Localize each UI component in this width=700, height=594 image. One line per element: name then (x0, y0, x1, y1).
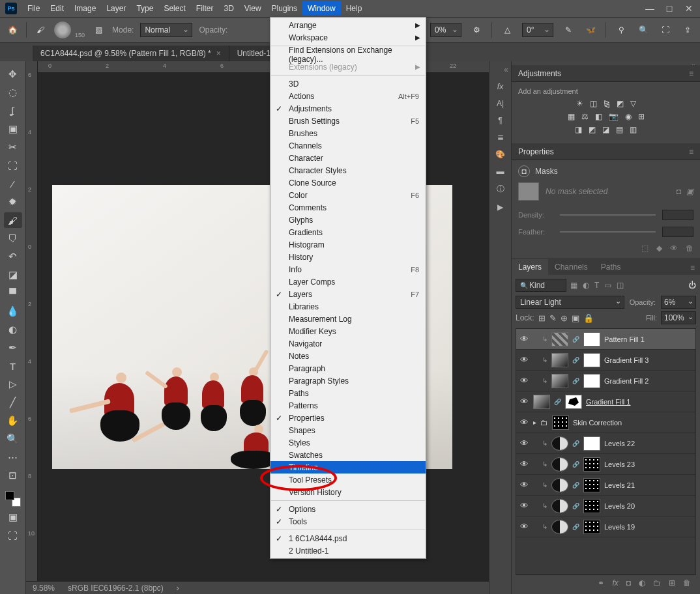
menu-item-options[interactable]: ✓Options (270, 503, 426, 515)
smoothing-select[interactable]: 0% (430, 23, 461, 37)
layer-row[interactable]: 👁↳🔗Pattern Fill 1 (516, 329, 695, 350)
menu-item-libraries[interactable]: Libraries (270, 300, 426, 313)
screenmode-tool[interactable]: ⛶ (4, 528, 22, 543)
menu-item-paths[interactable]: Paths (270, 387, 426, 399)
swatches-panel-icon[interactable]: 🎨 (495, 150, 505, 159)
filter-pixel-icon[interactable]: ▦ (570, 281, 577, 290)
new-group-icon[interactable]: 🗀 (653, 578, 661, 587)
menu-item-swatches[interactable]: Swatches (270, 449, 426, 461)
mask-mode-icon[interactable]: ◘ (518, 165, 530, 177)
menu-item-notes[interactable]: Notes (270, 350, 426, 362)
layer-row[interactable]: 👁🔗Gradient Fill 1 (516, 391, 695, 412)
brushes-panel-icon[interactable]: ≣ (497, 133, 504, 142)
brush-tool[interactable]: 🖌 (4, 212, 22, 228)
angle-input[interactable]: 0° (522, 23, 553, 37)
filter-toggle-icon[interactable]: ⏻ (688, 281, 696, 290)
close-icon[interactable]: × (216, 49, 221, 58)
density-slider[interactable] (560, 214, 656, 216)
menu-item-navigator[interactable]: Navigator (270, 337, 426, 350)
menu-item-history[interactable]: History (270, 251, 426, 263)
layer-thumbnail[interactable] (551, 478, 568, 492)
symmetry-icon[interactable]: 🦋 (583, 23, 598, 37)
menu-item-modifier-keys[interactable]: Modifier Keys (270, 325, 426, 337)
menu-item-brush-settings[interactable]: Brush SettingsF5 (270, 115, 426, 127)
window-menu-dropdown[interactable]: Arrange▶Workspace▶Find Extensions on Exc… (270, 17, 426, 559)
move-tool[interactable]: ✥ (4, 66, 22, 82)
new-adjustment-icon[interactable]: ◐ (639, 578, 645, 587)
add-pixel-mask-icon[interactable]: ◘ (677, 187, 681, 196)
lasso-tool[interactable]: ʆ (4, 103, 22, 119)
layer-thumbnail[interactable] (551, 457, 568, 472)
search-2-icon[interactable]: 🔍 (636, 23, 650, 37)
brush-panel-icon[interactable]: ▧ (91, 23, 106, 37)
filter-shape-icon[interactable]: ▭ (604, 281, 611, 290)
adjustments-panel-header[interactable]: Adjustments≡ (512, 65, 700, 82)
gradient-map-icon[interactable]: ▤ (616, 125, 623, 134)
exposure-icon[interactable]: ◩ (617, 99, 624, 108)
menu-item-glyphs[interactable]: Glyphs (270, 214, 426, 226)
layer-name[interactable]: Skin Correction (573, 419, 693, 427)
lock-icon[interactable]: 🔒 (583, 313, 594, 323)
visibility-icon[interactable]: 👁 (519, 376, 529, 386)
visibility-icon[interactable]: 👁 (519, 522, 529, 531)
ellipsis-tool[interactable]: ⋯ (4, 449, 22, 465)
menu-item-shapes[interactable]: Shapes (270, 424, 426, 436)
menu-item-channels[interactable]: Channels (270, 139, 426, 152)
color-lookup-icon[interactable]: ⊞ (638, 112, 645, 121)
lock-pixels-icon[interactable]: ✎ (549, 313, 557, 323)
feather-slider[interactable] (560, 231, 656, 233)
layer-name[interactable]: Levels 22 (604, 440, 693, 447)
tab-layers[interactable]: Layers (512, 259, 548, 275)
menu-file[interactable]: File (22, 1, 45, 16)
menu-type[interactable]: Type (131, 1, 158, 16)
filter-adjust-icon[interactable]: ◐ (583, 281, 589, 290)
menu-item-patterns[interactable]: Patterns (270, 399, 426, 412)
brightness-icon[interactable]: ☀ (576, 99, 583, 108)
layer-thumbnail[interactable] (551, 520, 568, 534)
menu-item-info[interactable]: InfoF8 (270, 263, 426, 276)
edit-toolbar[interactable]: ⊡ (4, 468, 22, 483)
brush-preview[interactable] (54, 21, 71, 38)
paragraph-panel-icon[interactable]: ¶ (498, 116, 502, 125)
layer-row[interactable]: 👁↳🔗Gradient Fill 3 (516, 350, 695, 371)
menu-item-adjustments[interactable]: ✓Adjustments (270, 102, 426, 115)
mask-thumbnail[interactable] (583, 499, 600, 513)
menu-plugins[interactable]: Plugins (267, 1, 302, 16)
vibrance-icon[interactable]: ▽ (630, 99, 636, 108)
hand-tool[interactable]: ✋ (4, 413, 22, 429)
quickmask-tool[interactable]: ▣ (4, 509, 22, 525)
lock-artboard-icon[interactable]: ▣ (572, 313, 579, 323)
lock-position-icon[interactable]: ⊕ (561, 313, 568, 323)
add-mask-icon[interactable]: ◘ (626, 578, 631, 587)
mask-apply-icon[interactable]: ◆ (656, 244, 662, 253)
layers-list[interactable]: 👁↳🔗Pattern Fill 1👁↳🔗Gradient Fill 3👁↳🔗Gr… (516, 328, 696, 574)
mask-thumbnail[interactable] (583, 457, 600, 472)
layer-thumbnail[interactable] (551, 332, 568, 346)
layer-row[interactable]: 👁↳🔗Levels 21 (516, 475, 695, 496)
pressure-icon[interactable]: ✎ (561, 23, 576, 37)
bw-icon[interactable]: ◧ (595, 112, 602, 121)
menu-select[interactable]: Select (158, 1, 190, 16)
mask-thumbnail[interactable] (583, 374, 600, 388)
menu-item-comments[interactable]: Comments (270, 201, 426, 214)
menu-item-paragraph[interactable]: Paragraph (270, 362, 426, 375)
menu-item-tools[interactable]: ✓Tools (270, 515, 426, 528)
tab-paths[interactable]: Paths (594, 259, 628, 275)
posterize-icon[interactable]: ◩ (589, 125, 596, 134)
layer-row[interactable]: 👁▸🗀Skin Correction (516, 412, 695, 433)
menu-view[interactable]: View (239, 1, 267, 16)
menu-window[interactable]: Window (302, 1, 341, 16)
menu-item-arrange[interactable]: Arrange▶ (270, 19, 426, 31)
delete-layer-icon[interactable]: 🗑 (683, 578, 691, 587)
link-layers-icon[interactable]: ⚭ (598, 578, 604, 587)
layer-row[interactable]: 👁↳🔗Gradient Fill 2 (516, 371, 695, 391)
mask-thumbnail[interactable] (583, 436, 600, 451)
menu-item-histogram[interactable]: Histogram (270, 238, 426, 251)
layer-blend-mode[interactable]: Linear Light (516, 296, 624, 309)
menu-layer[interactable]: Layer (101, 1, 131, 16)
gear-icon[interactable]: ⚙ (469, 23, 484, 37)
layer-name[interactable]: Levels 20 (604, 502, 693, 510)
visibility-icon[interactable]: 👁 (519, 480, 529, 490)
character-panel-icon[interactable]: A| (497, 99, 504, 108)
info-panel-icon[interactable]: ⓘ (497, 184, 504, 195)
